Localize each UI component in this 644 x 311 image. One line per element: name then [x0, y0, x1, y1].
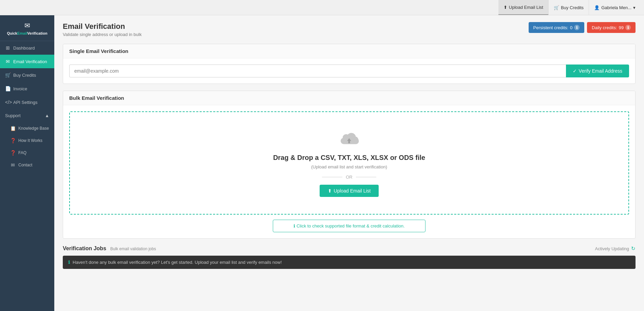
- verify-check-icon: ✓: [573, 68, 577, 74]
- info-link-text: ℹ Click to check supported file format &…: [293, 223, 404, 228]
- single-verify-card: Single Email Verification ✓ Verify Email…: [63, 44, 636, 84]
- sidebar-item-api-settings[interactable]: </> API Settings: [0, 95, 54, 109]
- cloud-upload-icon: [337, 129, 361, 148]
- page-title: Email Verification: [63, 22, 141, 31]
- persistent-credits-label: Persistent credits:: [533, 25, 568, 30]
- sidebar-faq-label: FAQ: [18, 150, 26, 155]
- user-nav[interactable]: 👤 Gabriela Men... ▾: [589, 0, 641, 15]
- user-icon: 👤: [594, 5, 600, 10]
- user-nav-label: Gabriela Men...: [601, 5, 631, 10]
- grid-icon: ⊞: [5, 45, 11, 51]
- or-line-left: [322, 177, 342, 177]
- verify-button-label: Verify Email Address: [579, 68, 622, 74]
- invoice-icon: 📄: [5, 86, 11, 91]
- chevron-down-icon: ▾: [633, 5, 636, 10]
- cart-icon: 🛒: [554, 5, 559, 10]
- persistent-credits-badge: Persistent credits: 0 ℹ: [529, 22, 585, 33]
- sidebar-item-how-it-works[interactable]: ❓ How It Works: [3, 134, 54, 147]
- brand-ver: Verification: [27, 31, 47, 35]
- info-icon: ℹ: [68, 260, 70, 265]
- jobs-empty-message: ℹ Haven't done any bulk email verificati…: [63, 256, 636, 269]
- single-verify-title: Single Email Verification: [69, 48, 128, 54]
- sidebar-item-buy-credits[interactable]: 🛒 Buy Credits: [0, 68, 54, 82]
- page-header: Email Verification Validate single addre…: [63, 22, 636, 37]
- jobs-header: Verification Jobs Bulk email validation …: [63, 245, 636, 252]
- main-layout: ✉ QuickEmailVerification ⊞ Dashboard ✉ E…: [0, 15, 644, 311]
- daily-credits-label: Daily credits:: [592, 25, 617, 30]
- or-line-right: [356, 177, 376, 177]
- daily-credits-value: 99: [619, 25, 624, 30]
- brand-quick: Quick: [7, 31, 17, 35]
- upload-email-list-button[interactable]: ⬆ Upload Email List: [320, 185, 379, 197]
- single-verify-header: Single Email Verification: [63, 44, 635, 58]
- credits-badges: Persistent credits: 0 ℹ Daily credits: 9…: [529, 22, 636, 33]
- upload-icon: ⬆: [504, 5, 507, 10]
- actively-updating: Actively Updating ↻: [595, 245, 636, 252]
- sidebar-item-contact[interactable]: ✉ Contact: [3, 159, 54, 171]
- actively-updating-label: Actively Updating: [595, 246, 629, 251]
- sidebar-item-invoice[interactable]: 📄 Invoice: [0, 82, 54, 95]
- sidebar-how-it-works-label: How It Works: [18, 138, 42, 143]
- drop-title: Drag & Drop a CSV, TXT, XLS, XLSX or ODS…: [77, 154, 622, 162]
- bulk-verify-body: Drag & Drop a CSV, TXT, XLS, XLSX or ODS…: [63, 105, 635, 238]
- sidebar-support-label: Support: [5, 113, 21, 118]
- buy-credits-nav[interactable]: 🛒 Buy Credits: [548, 0, 589, 15]
- sidebar-item-dashboard[interactable]: ⊞ Dashboard: [0, 41, 54, 55]
- single-verify-body: ✓ Verify Email Address: [63, 58, 635, 84]
- page-title-block: Email Verification Validate single addre…: [63, 22, 141, 37]
- info-link-container: ℹ Click to check supported file format &…: [69, 220, 629, 232]
- cart-sidebar-icon: 🛒: [5, 72, 11, 78]
- email-icon: ✉: [5, 59, 11, 64]
- chevron-up-icon: ▲: [45, 113, 49, 118]
- sidebar-api-settings-label: API Settings: [13, 100, 38, 105]
- brand: ✉ QuickEmailVerification: [0, 15, 54, 41]
- jobs-empty-text: Haven't done any bulk email verification…: [73, 260, 282, 265]
- persistent-info-icon[interactable]: ℹ: [574, 25, 580, 30]
- sidebar: ✉ QuickEmailVerification ⊞ Dashboard ✉ E…: [0, 15, 54, 311]
- brand-email: Email: [17, 31, 27, 35]
- persistent-credits-value: 0: [570, 25, 572, 30]
- email-input[interactable]: [69, 65, 566, 77]
- code-icon: </>: [5, 99, 11, 105]
- bulk-verify-title: Bulk Email Verification: [69, 95, 124, 101]
- upload-nav-label: Upload Email List: [509, 5, 543, 10]
- upload-btn-icon: ⬆: [328, 188, 332, 194]
- sidebar-knowledge-base-label: Knowledge Base: [18, 126, 49, 131]
- sidebar-item-knowledge-base[interactable]: 📋 Knowledge Base: [3, 122, 54, 134]
- daily-credits-badge: Daily credits: 99 ℹ: [587, 22, 636, 33]
- sidebar-sub-support: 📋 Knowledge Base ❓ How It Works ❓ FAQ ✉ …: [0, 122, 54, 171]
- sidebar-buy-credits-label: Buy Credits: [13, 73, 36, 78]
- sidebar-email-verification-label: Email Verification: [13, 59, 47, 64]
- sidebar-dashboard-label: Dashboard: [13, 45, 35, 51]
- info-link-box[interactable]: ℹ Click to check supported file format &…: [273, 220, 425, 232]
- jobs-title-block: Verification Jobs Bulk email validation …: [63, 245, 156, 252]
- faq-icon: ❓: [10, 150, 16, 156]
- verify-email-button[interactable]: ✓ Verify Email Address: [566, 65, 629, 77]
- upload-email-list-nav[interactable]: ⬆ Upload Email List: [498, 0, 548, 15]
- brand-icon: ✉: [3, 21, 51, 30]
- drop-subtitle: (Upload email list and start verificatio…: [77, 164, 622, 169]
- buy-credits-nav-label: Buy Credits: [561, 5, 584, 10]
- bulk-verify-card: Bulk Email Verification Drag & Drop a CS…: [63, 91, 636, 239]
- page-subtitle: Validate single address or upload in bul…: [63, 32, 141, 37]
- jobs-title: Verification Jobs: [63, 245, 106, 251]
- sidebar-invoice-label: Invoice: [13, 86, 27, 91]
- top-nav: ⬆ Upload Email List 🛒 Buy Credits 👤 Gabr…: [0, 0, 644, 15]
- sidebar-item-email-verification[interactable]: ✉ Email Verification: [0, 55, 54, 68]
- drop-zone[interactable]: Drag & Drop a CSV, TXT, XLS, XLSX or ODS…: [69, 111, 629, 215]
- or-divider: OR: [77, 175, 622, 180]
- single-verify-row: ✓ Verify Email Address: [69, 65, 629, 77]
- daily-info-icon[interactable]: ℹ: [625, 25, 631, 30]
- upload-btn-label: Upload Email List: [334, 188, 371, 194]
- content-area: Email Verification Validate single addre…: [54, 15, 644, 311]
- sidebar-support-section[interactable]: Support ▲: [0, 109, 54, 122]
- contact-icon: ✉: [10, 162, 16, 168]
- or-text: OR: [346, 175, 353, 180]
- bulk-verify-header: Bulk Email Verification: [63, 91, 635, 105]
- refresh-icon[interactable]: ↻: [631, 245, 636, 252]
- jobs-subtitle: Bulk email validation jobs: [110, 246, 156, 251]
- question-icon: ❓: [10, 138, 16, 143]
- sidebar-contact-label: Contact: [18, 163, 32, 167]
- book-icon: 📋: [10, 126, 16, 131]
- sidebar-item-faq[interactable]: ❓ FAQ: [3, 147, 54, 159]
